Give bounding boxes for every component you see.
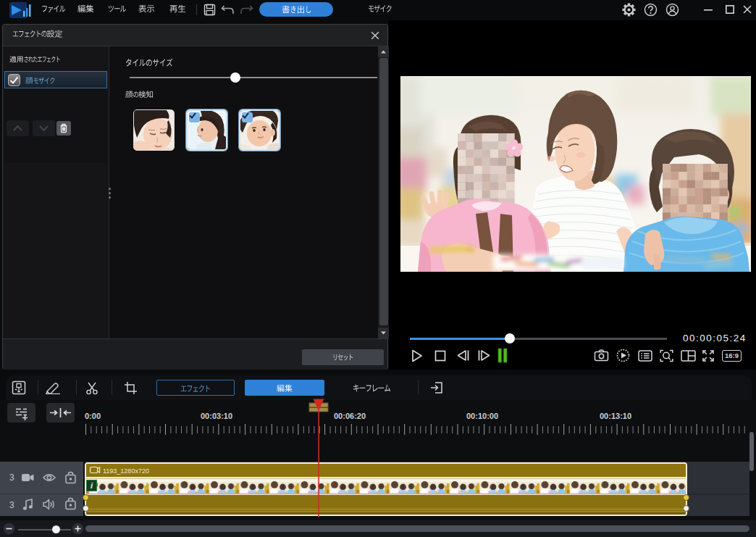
svg-text:1193_1280x720: 1193_1280x720 bbox=[103, 467, 149, 475]
